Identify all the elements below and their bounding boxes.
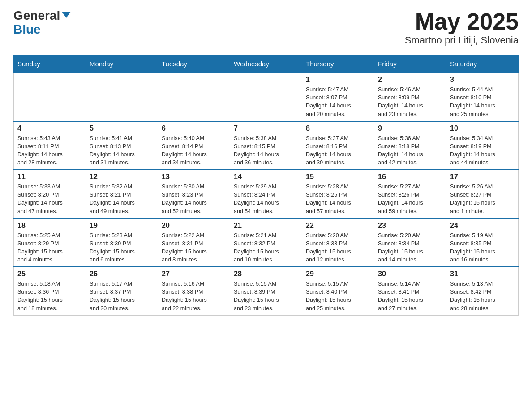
- day-number: 8: [306, 124, 370, 133]
- day-info: Sunrise: 5:18 AM Sunset: 8:36 PM Dayligh…: [17, 280, 82, 313]
- calendar-table: Sunday Monday Tuesday Wednesday Thursday…: [13, 55, 519, 316]
- day-number: 1: [306, 76, 370, 84]
- day-info: Sunrise: 5:14 AM Sunset: 8:41 PM Dayligh…: [378, 280, 442, 313]
- day-info: Sunrise: 5:13 AM Sunset: 8:42 PM Dayligh…: [450, 280, 515, 313]
- day-info: Sunrise: 5:28 AM Sunset: 8:25 PM Dayligh…: [306, 183, 370, 215]
- day-number: 23: [378, 222, 442, 230]
- day-number: 19: [90, 222, 154, 230]
- calendar-title: May 2025: [405, 9, 519, 34]
- day-info: Sunrise: 5:44 AM Sunset: 8:10 PM Dayligh…: [450, 86, 515, 118]
- table-row: 5Sunrise: 5:41 AM Sunset: 8:13 PM Daylig…: [86, 121, 158, 170]
- table-row: 30Sunrise: 5:14 AM Sunset: 8:41 PM Dayli…: [374, 267, 446, 315]
- calendar-week-row: 1Sunrise: 5:47 AM Sunset: 8:07 PM Daylig…: [14, 73, 519, 121]
- table-row: 4Sunrise: 5:43 AM Sunset: 8:11 PM Daylig…: [14, 121, 86, 170]
- table-row: 8Sunrise: 5:37 AM Sunset: 8:16 PM Daylig…: [302, 121, 374, 170]
- day-number: 11: [17, 173, 82, 181]
- day-number: 13: [162, 173, 226, 181]
- day-number: 26: [90, 270, 154, 278]
- table-row: 15Sunrise: 5:28 AM Sunset: 8:25 PM Dayli…: [302, 170, 374, 218]
- table-row: 11Sunrise: 5:33 AM Sunset: 8:20 PM Dayli…: [14, 170, 86, 218]
- table-row: 9Sunrise: 5:36 AM Sunset: 8:18 PM Daylig…: [374, 121, 446, 170]
- calendar-header-row: Sunday Monday Tuesday Wednesday Thursday…: [14, 56, 519, 73]
- table-row: 28Sunrise: 5:15 AM Sunset: 8:39 PM Dayli…: [230, 267, 302, 315]
- day-info: Sunrise: 5:32 AM Sunset: 8:21 PM Dayligh…: [90, 183, 154, 215]
- day-number: 3: [450, 76, 515, 84]
- day-number: 5: [90, 124, 154, 133]
- day-number: 18: [17, 222, 82, 230]
- table-row: 13Sunrise: 5:30 AM Sunset: 8:23 PM Dayli…: [158, 170, 230, 218]
- col-thursday: Thursday: [302, 56, 374, 73]
- col-wednesday: Wednesday: [230, 56, 302, 73]
- calendar-week-row: 18Sunrise: 5:25 AM Sunset: 8:29 PM Dayli…: [14, 218, 519, 267]
- table-row: [14, 73, 86, 121]
- table-row: 23Sunrise: 5:20 AM Sunset: 8:34 PM Dayli…: [374, 218, 446, 267]
- day-info: Sunrise: 5:43 AM Sunset: 8:11 PM Dayligh…: [17, 134, 82, 167]
- table-row: 14Sunrise: 5:29 AM Sunset: 8:24 PM Dayli…: [230, 170, 302, 218]
- table-row: 1Sunrise: 5:47 AM Sunset: 8:07 PM Daylig…: [302, 73, 374, 121]
- table-row: 10Sunrise: 5:34 AM Sunset: 8:19 PM Dayli…: [446, 121, 519, 170]
- table-row: [158, 73, 230, 121]
- logo-triangle-icon: [62, 12, 71, 18]
- page-header: General Blue May 2025 Smartno pri Litiji…: [13, 9, 519, 46]
- day-info: Sunrise: 5:19 AM Sunset: 8:35 PM Dayligh…: [450, 231, 515, 264]
- table-row: 12Sunrise: 5:32 AM Sunset: 8:21 PM Dayli…: [86, 170, 158, 218]
- calendar-week-row: 4Sunrise: 5:43 AM Sunset: 8:11 PM Daylig…: [14, 121, 519, 170]
- table-row: 22Sunrise: 5:20 AM Sunset: 8:33 PM Dayli…: [302, 218, 374, 267]
- day-number: 7: [234, 124, 298, 133]
- table-row: 3Sunrise: 5:44 AM Sunset: 8:10 PM Daylig…: [446, 73, 519, 121]
- day-number: 24: [450, 222, 515, 230]
- col-friday: Friday: [374, 56, 446, 73]
- table-row: 17Sunrise: 5:26 AM Sunset: 8:27 PM Dayli…: [446, 170, 519, 218]
- day-info: Sunrise: 5:23 AM Sunset: 8:30 PM Dayligh…: [90, 231, 154, 264]
- calendar-week-row: 25Sunrise: 5:18 AM Sunset: 8:36 PM Dayli…: [14, 267, 519, 315]
- day-number: 10: [450, 124, 515, 133]
- col-monday: Monday: [86, 56, 158, 73]
- table-row: 21Sunrise: 5:21 AM Sunset: 8:32 PM Dayli…: [230, 218, 302, 267]
- day-number: 28: [234, 270, 298, 278]
- day-info: Sunrise: 5:38 AM Sunset: 8:15 PM Dayligh…: [234, 134, 298, 167]
- day-number: 14: [234, 173, 298, 181]
- table-row: 31Sunrise: 5:13 AM Sunset: 8:42 PM Dayli…: [446, 267, 519, 315]
- table-row: [86, 73, 158, 121]
- day-number: 9: [378, 124, 442, 133]
- logo-blue-text: Blue: [13, 23, 71, 37]
- table-row: 24Sunrise: 5:19 AM Sunset: 8:35 PM Dayli…: [446, 218, 519, 267]
- day-number: 6: [162, 124, 226, 133]
- day-number: 20: [162, 222, 226, 230]
- day-number: 17: [450, 173, 515, 181]
- logo: General Blue: [13, 9, 71, 37]
- day-number: 12: [90, 173, 154, 181]
- day-number: 31: [450, 270, 515, 278]
- day-info: Sunrise: 5:20 AM Sunset: 8:34 PM Dayligh…: [378, 231, 442, 264]
- day-number: 2: [378, 76, 442, 84]
- table-row: 18Sunrise: 5:25 AM Sunset: 8:29 PM Dayli…: [14, 218, 86, 267]
- day-info: Sunrise: 5:37 AM Sunset: 8:16 PM Dayligh…: [306, 134, 370, 167]
- day-number: 27: [162, 270, 226, 278]
- day-number: 25: [17, 270, 82, 278]
- calendar-week-row: 11Sunrise: 5:33 AM Sunset: 8:20 PM Dayli…: [14, 170, 519, 218]
- table-row: 27Sunrise: 5:16 AM Sunset: 8:38 PM Dayli…: [158, 267, 230, 315]
- day-info: Sunrise: 5:36 AM Sunset: 8:18 PM Dayligh…: [378, 134, 442, 167]
- day-info: Sunrise: 5:29 AM Sunset: 8:24 PM Dayligh…: [234, 183, 298, 215]
- day-info: Sunrise: 5:22 AM Sunset: 8:31 PM Dayligh…: [162, 231, 226, 264]
- table-row: 26Sunrise: 5:17 AM Sunset: 8:37 PM Dayli…: [86, 267, 158, 315]
- col-tuesday: Tuesday: [158, 56, 230, 73]
- day-info: Sunrise: 5:33 AM Sunset: 8:20 PM Dayligh…: [17, 183, 82, 215]
- col-sunday: Sunday: [14, 56, 86, 73]
- day-number: 16: [378, 173, 442, 181]
- logo-general-text: General: [13, 9, 60, 23]
- day-number: 21: [234, 222, 298, 230]
- table-row: 7Sunrise: 5:38 AM Sunset: 8:15 PM Daylig…: [230, 121, 302, 170]
- table-row: 16Sunrise: 5:27 AM Sunset: 8:26 PM Dayli…: [374, 170, 446, 218]
- day-info: Sunrise: 5:15 AM Sunset: 8:40 PM Dayligh…: [306, 280, 370, 313]
- day-info: Sunrise: 5:15 AM Sunset: 8:39 PM Dayligh…: [234, 280, 298, 313]
- col-saturday: Saturday: [446, 56, 519, 73]
- day-info: Sunrise: 5:16 AM Sunset: 8:38 PM Dayligh…: [162, 280, 226, 313]
- day-info: Sunrise: 5:17 AM Sunset: 8:37 PM Dayligh…: [90, 280, 154, 313]
- day-number: 15: [306, 173, 370, 181]
- day-info: Sunrise: 5:47 AM Sunset: 8:07 PM Dayligh…: [306, 86, 370, 118]
- table-row: 19Sunrise: 5:23 AM Sunset: 8:30 PM Dayli…: [86, 218, 158, 267]
- day-info: Sunrise: 5:41 AM Sunset: 8:13 PM Dayligh…: [90, 134, 154, 167]
- day-number: 30: [378, 270, 442, 278]
- day-info: Sunrise: 5:25 AM Sunset: 8:29 PM Dayligh…: [17, 231, 82, 264]
